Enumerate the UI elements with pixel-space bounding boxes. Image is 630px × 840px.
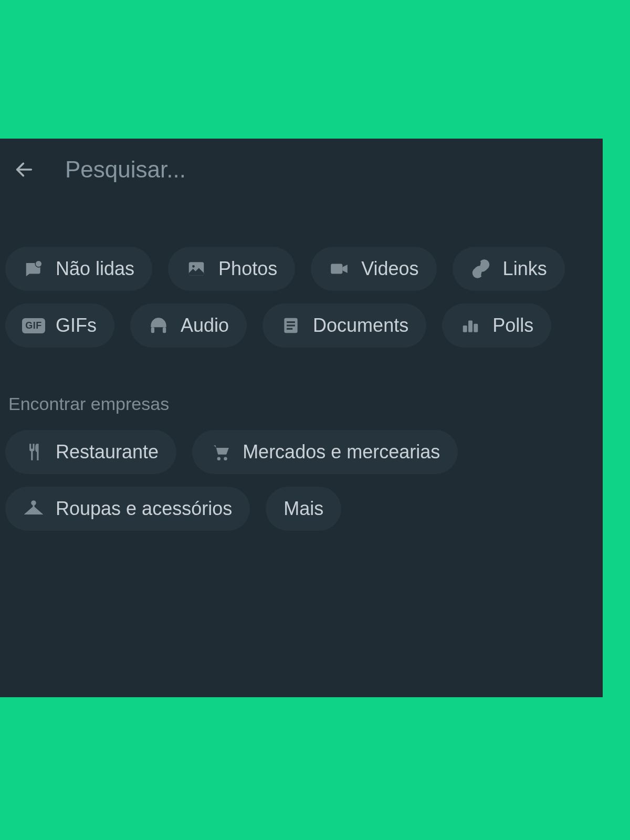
svg-rect-13 xyxy=(474,324,478,332)
back-arrow-icon[interactable] xyxy=(14,159,35,180)
filter-chip-row: Não lidas Photos xyxy=(5,247,597,348)
business-chip-more[interactable]: Mais xyxy=(266,487,341,531)
filter-chip-gifs[interactable]: GIF GIFs xyxy=(5,303,114,348)
chip-label: GIFs xyxy=(56,314,97,337)
video-icon xyxy=(329,258,350,279)
svg-point-3 xyxy=(192,265,195,268)
svg-rect-10 xyxy=(287,328,292,330)
search-header xyxy=(0,139,603,201)
business-chip-clothing[interactable]: Roupas e acessórios xyxy=(5,487,250,531)
filter-chip-unread[interactable]: Não lidas xyxy=(5,247,152,291)
gif-icon: GIF xyxy=(23,315,44,336)
svg-point-16 xyxy=(32,501,35,505)
chip-label: Photos xyxy=(218,258,277,280)
svg-rect-6 xyxy=(163,327,166,333)
filter-chip-documents[interactable]: Documents xyxy=(262,303,426,348)
hanger-icon xyxy=(23,498,44,519)
businesses-chip-row: Restaurante Mercados e mercearias xyxy=(5,430,597,531)
svg-rect-4 xyxy=(331,264,342,274)
cart-icon xyxy=(210,442,231,463)
link-icon xyxy=(470,258,491,279)
filter-chip-audio[interactable]: Audio xyxy=(130,303,247,348)
businesses-section-label: Encontrar empresas xyxy=(5,348,597,430)
filter-chip-videos[interactable]: Videos xyxy=(311,247,436,291)
document-icon xyxy=(280,315,301,336)
filter-chip-links[interactable]: Links xyxy=(453,247,565,291)
svg-point-1 xyxy=(35,260,42,267)
filter-chips-section: Não lidas Photos xyxy=(0,201,603,531)
svg-rect-5 xyxy=(151,327,154,333)
svg-rect-12 xyxy=(468,321,472,332)
svg-rect-11 xyxy=(463,326,467,332)
chip-label: Videos xyxy=(361,258,418,280)
headphones-icon xyxy=(148,315,169,336)
filter-chip-polls[interactable]: Polls xyxy=(442,303,551,348)
chip-label: Restaurante xyxy=(56,441,159,463)
poll-icon xyxy=(460,315,481,336)
svg-rect-8 xyxy=(287,321,295,323)
search-input[interactable] xyxy=(65,156,485,183)
chip-label: Não lidas xyxy=(56,258,134,280)
unread-icon xyxy=(23,258,44,279)
chip-label: Roupas e acessórios xyxy=(56,498,232,520)
svg-point-15 xyxy=(224,457,227,460)
chip-label: Documents xyxy=(313,314,408,337)
chip-label: Links xyxy=(503,258,547,280)
chip-label: Audio xyxy=(181,314,229,337)
search-panel: Não lidas Photos xyxy=(0,139,603,697)
chip-label: Polls xyxy=(492,314,533,337)
restaurant-icon xyxy=(23,442,44,463)
chip-label: Mercados e mercearias xyxy=(243,441,440,463)
filter-chip-photos[interactable]: Photos xyxy=(168,247,295,291)
chip-label: Mais xyxy=(284,498,323,520)
photo-icon xyxy=(186,258,207,279)
business-chip-groceries[interactable]: Mercados e mercearias xyxy=(192,430,458,474)
svg-rect-9 xyxy=(287,324,295,326)
svg-point-14 xyxy=(217,457,220,460)
business-chip-restaurant[interactable]: Restaurante xyxy=(5,430,176,474)
